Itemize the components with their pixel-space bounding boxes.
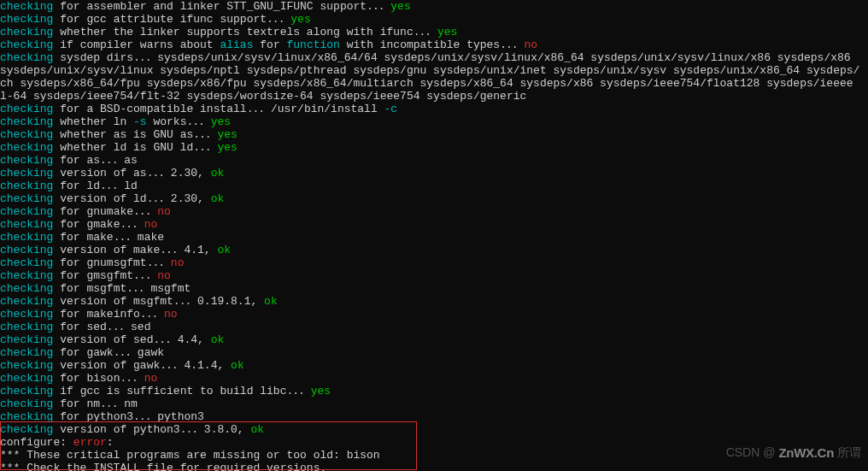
line: checking for sed... sed (0, 321, 868, 333)
line: checking whether the linker supports tex… (0, 26, 868, 38)
keyword-function: function (287, 38, 340, 51)
line: checking for a BSD-compatible install...… (0, 103, 868, 115)
line: checking for gcc attribute ifunc support… (0, 13, 868, 26)
line: checking for as... as (0, 154, 868, 167)
watermark: CSDN @ ZnWX.Cn 所谓 (726, 446, 861, 459)
error-line-3: *** Check the INSTALL file for required … (0, 462, 868, 471)
keyword-alias: alias (220, 38, 253, 51)
line: checking if compiler warns about alias f… (0, 38, 868, 51)
line: checking if gcc is sufficient to build l… (0, 385, 868, 397)
flag-s: -s (133, 115, 147, 128)
line: checking version of make... 4.1, ok (0, 244, 868, 256)
line: checking for msgfmt... msgfmt (0, 282, 868, 295)
result-yes: yes (390, 0, 410, 13)
flag-c: -c (384, 103, 398, 115)
line: checking sysdep dirs... sysdeps/unix/sys… (0, 51, 868, 64)
line: checking whether ln -s works... yes (0, 115, 868, 128)
line: checking whether as is GNU as... yes (0, 128, 868, 141)
line: checking for ld... ld (0, 180, 868, 192)
line: checking whether ld is GNU ld... yes (0, 141, 868, 154)
line: checking for make... make (0, 231, 868, 244)
checking-label: checking (0, 0, 53, 13)
line: checking for bison... no (0, 372, 868, 385)
line: checking for gmake... no (0, 218, 868, 231)
terminal-output: checking for assembler and linker STT_GN… (0, 0, 868, 471)
line: sysdeps/unix/sysv/linux sysdeps/nptl sys… (0, 64, 868, 77)
line: ch sysdeps/x86_64/fpu sysdeps/x86/fpu sy… (0, 77, 868, 90)
result-no: no (524, 38, 537, 51)
line: checking version of sed... 4.4, ok (0, 333, 868, 346)
line: checking for gnumake... no (0, 205, 868, 218)
line: checking for assembler and linker STT_GN… (0, 0, 868, 13)
line: checking version of ld... 2.30, ok (0, 192, 868, 205)
line: checking version of msgfmt... 0.19.8.1, … (0, 295, 868, 308)
line: checking for gmsgfmt... no (0, 269, 868, 282)
line: l-64 sysdeps/ieee754/flt-32 sysdeps/word… (0, 90, 868, 103)
watermark-csdn: CSDN @ (726, 446, 776, 459)
line: checking for nm... nm (0, 397, 868, 410)
line: checking for gnumsgfmt... no (0, 256, 868, 269)
line: checking version of as... 2.30, ok (0, 167, 868, 180)
line: checking for makeinfo... no (0, 308, 868, 321)
line: checking for gawk... gawk (0, 346, 868, 359)
watermark-site: ZnWX.Cn (778, 446, 834, 459)
error-label: error (73, 436, 107, 449)
watermark-tail: 所谓 (837, 446, 861, 459)
line: checking for python3... python3 (0, 410, 868, 423)
result-ok: ok (211, 167, 225, 180)
line: checking version of python3... 3.8.0, ok (0, 423, 868, 436)
line: checking version of gawk... 4.1.4, ok (0, 359, 868, 372)
